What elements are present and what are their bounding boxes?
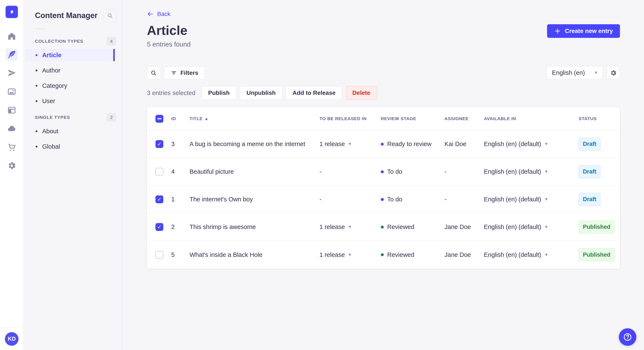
cell-review-stage: To do: [381, 168, 444, 175]
strapi-logo[interactable]: [6, 6, 18, 18]
column-header-available-in[interactable]: AVAILABLE IN: [484, 116, 578, 121]
cell-assignee: Kai Doe: [444, 141, 484, 148]
status-badge: Draft: [578, 165, 600, 178]
back-link[interactable]: Back: [147, 0, 170, 17]
table-search-button[interactable]: [147, 66, 160, 80]
cell-to-be-released-in: 1 release ▼: [320, 141, 381, 148]
column-header-assignee[interactable]: ASSIGNEE: [444, 116, 484, 121]
gear-icon[interactable]: [6, 160, 18, 172]
available-in-value: English (en) (default): [484, 168, 541, 175]
back-label: Back: [157, 11, 170, 17]
user-avatar[interactable]: KD: [5, 332, 18, 346]
sidebar-item-about[interactable]: About: [26, 125, 115, 137]
single-types-list: About Global: [24, 125, 122, 153]
row-checkbox[interactable]: [156, 140, 163, 148]
create-new-entry-button[interactable]: Create new entry: [547, 24, 620, 38]
select-all-checkbox[interactable]: [156, 115, 163, 123]
add-to-release-label: Add to Release: [292, 90, 336, 96]
help-icon: [623, 332, 632, 342]
chevron-down-icon[interactable]: ▼: [545, 170, 548, 173]
table-row[interactable]: 1 The internet's Own boy - ▼ To do - Eng…: [147, 186, 620, 213]
chevron-down-icon: ▼: [594, 71, 597, 74]
cell-available-in: English (en) (default) ▼: [484, 251, 578, 258]
cart-icon[interactable]: [6, 141, 18, 153]
stage-dot-icon: [381, 198, 384, 201]
column-header-to-be-released-in[interactable]: TO BE RELEASED IN: [320, 116, 381, 121]
release-value: -: [320, 196, 322, 203]
subnav-search-button[interactable]: [103, 9, 116, 22]
cell-to-be-released-in: 1 release ▼: [320, 251, 381, 258]
bullet-icon: [36, 146, 38, 148]
stage-dot-icon: [381, 170, 384, 173]
chevron-down-icon[interactable]: ▼: [545, 143, 548, 146]
entries-count-subtitle: 5 entries found: [147, 41, 190, 48]
table-row[interactable]: 2 This shrimp is awesome 1 release ▼ Rev…: [147, 213, 620, 241]
status-badge: Draft: [578, 138, 600, 151]
content-manager-subnav: Content Manager COLLECTION TYPES 4 Artic…: [24, 0, 123, 350]
row-checkbox[interactable]: [156, 195, 163, 203]
sidebar-item-global[interactable]: Global: [26, 140, 115, 153]
main-content: Back Article 5 entries found Create new …: [123, 0, 644, 350]
row-checkbox[interactable]: [156, 168, 163, 176]
chevron-down-icon[interactable]: ▼: [545, 253, 548, 256]
table-row[interactable]: 5 What's inside a Black Hole 1 release ▼…: [147, 241, 620, 269]
media-library-icon[interactable]: [6, 85, 18, 98]
cell-title: This shrimp is awesome: [190, 223, 320, 230]
cell-title: A bug is becoming a meme on the internet: [190, 141, 320, 148]
cell-assignee: -: [444, 168, 484, 175]
sidebar-item-author[interactable]: Author: [26, 64, 115, 77]
chevron-down-icon[interactable]: ▼: [545, 225, 548, 229]
chevron-down-icon[interactable]: ▼: [348, 143, 351, 146]
filters-button[interactable]: Filters: [164, 66, 205, 80]
row-checkbox[interactable]: [156, 223, 163, 231]
home-icon[interactable]: [6, 30, 18, 42]
cloud-icon[interactable]: [6, 123, 18, 135]
chevron-down-icon[interactable]: ▼: [545, 198, 548, 201]
table-row[interactable]: 4 Beautiful picture - ▼ To do - English …: [147, 158, 620, 186]
collection-types-count: 4: [107, 37, 116, 45]
cell-review-stage: Reviewed: [381, 251, 444, 258]
publish-button[interactable]: Publish: [202, 86, 236, 100]
sidebar-item-user[interactable]: User: [26, 95, 115, 107]
bullet-icon: [36, 85, 38, 87]
layout-icon[interactable]: [6, 104, 18, 116]
sidebar-item-label: Article: [42, 52, 61, 59]
collection-types-list: Article Author Category User: [24, 49, 122, 107]
release-value: 1 release: [320, 251, 345, 258]
stage-dot-icon: [381, 226, 384, 229]
cell-status: Draft: [578, 193, 620, 206]
cell-id: 2: [171, 223, 190, 230]
cell-assignee: Jane Doe: [444, 251, 484, 258]
sidebar-item-label: User: [42, 98, 55, 105]
column-header-review-stage[interactable]: REVIEW STAGE: [381, 116, 444, 121]
chevron-down-icon[interactable]: ▼: [348, 253, 351, 256]
cell-id: 4: [171, 168, 190, 175]
release-value: -: [320, 168, 322, 175]
column-header-title[interactable]: TITLE ▲: [190, 116, 320, 121]
cell-available-in: English (en) (default) ▼: [484, 168, 578, 175]
add-to-release-button[interactable]: Add to Release: [286, 86, 342, 100]
subnav-title: Content Manager: [35, 11, 98, 20]
column-header-id[interactable]: ID: [171, 116, 190, 121]
sidebar-item-label: About: [42, 128, 58, 135]
cell-review-stage: Reviewed: [381, 223, 444, 230]
view-settings-button[interactable]: [607, 66, 620, 80]
cell-title: The internet's Own boy: [190, 196, 320, 203]
help-button[interactable]: [619, 328, 636, 346]
content-manager-feather-icon[interactable]: [6, 48, 18, 61]
delete-button[interactable]: Delete: [346, 86, 377, 100]
locale-select[interactable]: English (en) ▼: [546, 66, 603, 80]
rail-icon-list: [6, 30, 18, 172]
table-body: 3 A bug is becoming a meme on the intern…: [147, 130, 620, 269]
chevron-down-icon[interactable]: ▼: [348, 225, 351, 229]
unpublish-button[interactable]: Unpublish: [240, 86, 282, 100]
sidebar-item-category[interactable]: Category: [26, 80, 115, 92]
paper-plane-icon[interactable]: [6, 67, 18, 79]
sidebar-item-article[interactable]: Article: [26, 49, 115, 61]
cell-review-stage: To do: [381, 196, 444, 203]
rail-footer: KD: [0, 328, 24, 350]
row-checkbox[interactable]: [156, 251, 163, 259]
filters-label: Filters: [180, 70, 198, 76]
table-row[interactable]: 3 A bug is becoming a meme on the intern…: [147, 130, 620, 158]
column-header-status[interactable]: STATUS: [578, 116, 620, 121]
